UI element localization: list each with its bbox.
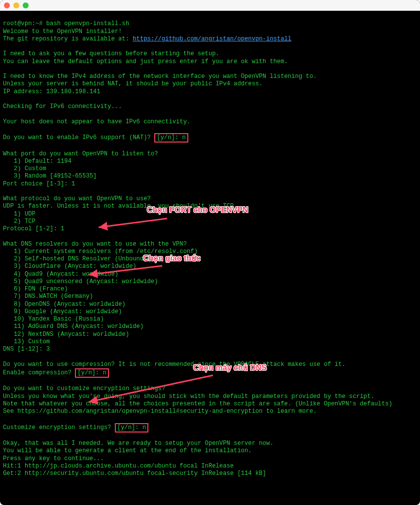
ipv6-answer-highlight: [y/n]: n	[154, 133, 188, 143]
term-line: I need to ask you a few questions before…	[3, 50, 219, 57]
term-line: Get:2 http://security.ubuntu.com/ubuntu …	[3, 470, 266, 477]
term-line: 3) Cloudflare (Anycast: worldwide)	[3, 263, 137, 270]
svg-line-0	[99, 218, 167, 227]
term-line: The git repository is available at: http…	[3, 36, 291, 42]
term-line: 9) Google (Anycast: worldwide)	[3, 308, 122, 315]
term-line: 7) DNS.WATCH (Germany)	[3, 293, 93, 300]
encryption-answer-highlight: [y/n]: n	[115, 423, 149, 433]
term-line: 2) Custom	[3, 165, 46, 172]
term-line: Press any key to continue...	[3, 455, 104, 462]
term-line: Do you want to use compression? It is no…	[3, 361, 346, 368]
term-line: Port choice [1-3]: 1	[3, 180, 75, 187]
term-line: 11) AdGuard DNS (Anycast: worldwide)	[3, 323, 143, 330]
term-line: Protocol [1-2]: 1	[3, 225, 64, 232]
term-line: 1) Default: 1194	[3, 158, 71, 165]
term-line: 10) Yandex Basic (Russia)	[3, 316, 104, 323]
minimize-icon[interactable]	[13, 2, 19, 8]
term-line: Do you want to enable IPv6 support (NAT)…	[3, 134, 188, 141]
term-line: I need to know the IPv4 address of the n…	[3, 73, 316, 80]
terminal-window: root@vpn:~# bash openvpn-install.sh Welc…	[0, 0, 420, 505]
term-line: You can leave the default options and ju…	[3, 58, 288, 65]
term-line: 5) Quad9 uncensored (Anycast: worldwide)	[3, 278, 158, 285]
term-line: 4) Quad9 (Anycast: worldwide)	[3, 271, 118, 278]
arrow-port-icon	[74, 208, 175, 246]
term-line: Note that whatever you choose, all the c…	[3, 400, 392, 407]
term-line: Unless your server is behind NAT, it sho…	[3, 80, 263, 87]
term-line: Your host does not appear to have IPv6 c…	[3, 118, 190, 125]
term-line: 13) Custom	[3, 338, 50, 345]
term-line: Okay, that was all I needed. We are read…	[3, 440, 274, 447]
term-line: 8) OpenDNS (Anycast: worldwide)	[3, 301, 126, 308]
term-line: What DNS resolvers do you want to use wi…	[3, 241, 187, 248]
term-line: 3) Random [49152-65535]	[3, 173, 97, 180]
term-line: See https://github.com/angristan/openvpn…	[3, 408, 316, 415]
term-line: Checking for IPv6 connectivity...	[3, 103, 122, 110]
close-icon[interactable]	[4, 2, 10, 8]
term-line: 1) Current system resolvers (from /etc/r…	[3, 248, 198, 255]
term-line: What protocol do you want OpenVPN to use…	[3, 195, 151, 202]
term-line: Enable compression? [y/n]: n	[3, 369, 109, 376]
term-line: 2) Self-hosted DNS Resolver (Unbound)	[3, 255, 147, 262]
titlebar	[0, 0, 420, 11]
term-line: 2) TCP	[3, 218, 35, 225]
term-line: IP address: 139.180.198.141	[3, 88, 100, 95]
term-line: Unless you know what you're doing, you s…	[3, 393, 374, 400]
term-line: UDP is faster. Unless it is not availabl…	[3, 203, 237, 210]
term-line: Customize encryption settings? [y/n]: n	[3, 424, 148, 431]
maximize-icon[interactable]	[23, 2, 29, 8]
term-line: Welcome to the OpenVPN installer!	[3, 28, 122, 35]
term-line: 12) NextDNS (Anycast: worldwide)	[3, 331, 129, 338]
repo-link[interactable]: https://github.com/angristan/openvpn-ins…	[133, 36, 291, 42]
shell-prompt: root@vpn:~# bash openvpn-install.sh	[3, 20, 129, 27]
annotation-protocol: Chọn giao thức	[143, 253, 201, 263]
term-line: 6) FDN (France)	[3, 286, 68, 292]
term-line: What port do you want OpenVPN to listen …	[3, 150, 158, 157]
term-line: You will be able to generate a client at…	[3, 447, 252, 454]
term-line: DNS [1-12]: 3	[3, 346, 50, 353]
term-line: Do you want to customize encryption sett…	[3, 385, 165, 392]
terminal-body[interactable]: root@vpn:~# bash openvpn-install.sh Welc…	[0, 11, 420, 505]
term-line: 1) UDP	[3, 211, 35, 217]
compression-answer-highlight: [y/n]: n	[75, 368, 109, 378]
term-line: Hit:1 http://jp.clouds.archive.ubuntu.co…	[3, 463, 234, 469]
